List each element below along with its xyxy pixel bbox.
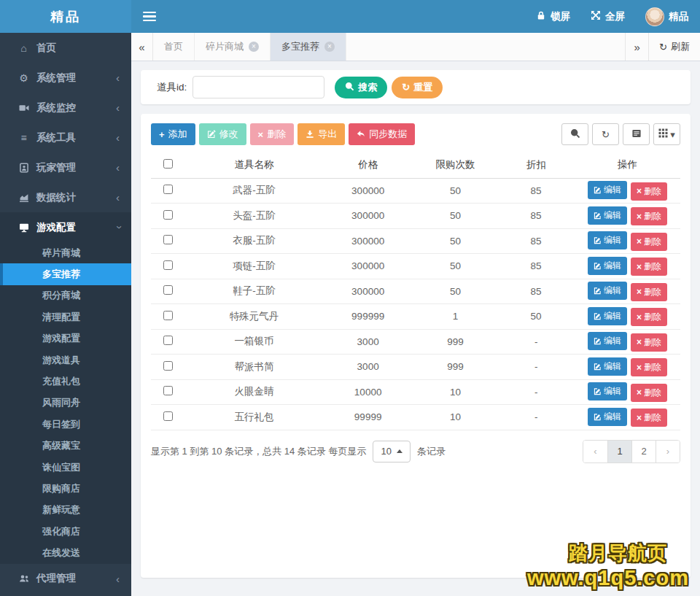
id-card-icon bbox=[18, 163, 30, 173]
sidebar-item-system-tools[interactable]: ≡ 系统工具 ‹ bbox=[0, 123, 131, 152]
remove-button[interactable]: × 删除 bbox=[250, 123, 295, 145]
user-menu[interactable]: 精品 bbox=[645, 7, 688, 26]
sidebar-subitem-enhance-shop[interactable]: 强化商店 bbox=[0, 521, 131, 542]
tabs-scroll-left-button[interactable]: « bbox=[131, 33, 153, 61]
edit-button[interactable]: 编辑 bbox=[588, 231, 627, 249]
page-button-1[interactable]: 1 bbox=[607, 441, 631, 463]
sidebar-item-agent-mgmt[interactable]: 代理管理 ‹ bbox=[0, 564, 131, 594]
delete-button[interactable]: ×删除 bbox=[631, 358, 667, 376]
delete-button[interactable]: ×删除 bbox=[631, 233, 667, 251]
prev-page-button[interactable]: ‹ bbox=[583, 441, 607, 463]
sidebar-subitem-recharge-pack[interactable]: 充值礼包 bbox=[0, 371, 131, 392]
edit-button[interactable]: 编辑 bbox=[588, 282, 627, 300]
table-refresh-button[interactable]: ↻ bbox=[592, 123, 619, 145]
delete-button[interactable]: ×删除 bbox=[631, 258, 667, 276]
edit-button[interactable]: 编辑 bbox=[588, 307, 627, 325]
sidebar-subitem-zhuxian-map[interactable]: 诛仙宝图 bbox=[0, 457, 131, 478]
cell-discount: 85 bbox=[498, 279, 575, 304]
page-size-dropdown[interactable]: 10 bbox=[373, 441, 410, 463]
edit-label: 编辑 bbox=[604, 310, 621, 322]
sidebar-item-game-config[interactable]: 游戏配置 ‹ bbox=[0, 212, 131, 242]
col-header-price: 价格 bbox=[323, 152, 413, 178]
delete-button[interactable]: ×删除 bbox=[631, 283, 667, 301]
edit-button[interactable]: 编辑 bbox=[588, 257, 627, 275]
card-view-icon bbox=[631, 128, 642, 141]
sidebar-subitem-daily-signin[interactable]: 每日签到 bbox=[0, 414, 131, 435]
double-chevron-left-icon: « bbox=[139, 41, 144, 53]
sidebar-subitem-duobao-active[interactable]: 多宝推荐 bbox=[0, 263, 131, 285]
sidebar-subitem-game-config[interactable]: 游戏配置 bbox=[0, 328, 131, 349]
edit-button[interactable]: 编辑 bbox=[588, 357, 627, 376]
delete-button[interactable]: ×删除 bbox=[631, 308, 667, 326]
edit-button[interactable]: 编辑 bbox=[588, 382, 627, 400]
item-id-input[interactable] bbox=[192, 76, 324, 98]
edit-button[interactable]: 编辑 bbox=[588, 181, 627, 199]
edit-button[interactable]: 编辑 bbox=[588, 206, 627, 225]
add-button[interactable]: + 添加 bbox=[151, 123, 195, 145]
sidebar-subitem-fengyu[interactable]: 风雨同舟 bbox=[0, 392, 131, 414]
delete-button[interactable]: ×删除 bbox=[631, 333, 667, 352]
lock-screen-button[interactable]: 锁屏 bbox=[536, 10, 570, 23]
sidebar-subitem-fresh-fun[interactable]: 新鲜玩意 bbox=[0, 500, 131, 521]
sidebar-item-label: 系统管理 bbox=[36, 71, 76, 85]
edit-icon bbox=[594, 387, 602, 395]
sidebar-subitem-points-mall[interactable]: 积分商城 bbox=[0, 285, 131, 306]
tab-fragment-mall[interactable]: 碎片商城 × bbox=[195, 33, 271, 61]
row-checkbox[interactable] bbox=[163, 285, 173, 295]
close-icon[interactable]: × bbox=[249, 42, 259, 52]
select-all-checkbox[interactable] bbox=[163, 159, 173, 169]
sidebar-subitem-online-send[interactable]: 在线发送 bbox=[0, 542, 131, 563]
next-page-button[interactable]: › bbox=[656, 441, 680, 463]
cell-limit: 50 bbox=[413, 178, 497, 204]
export-button[interactable]: 导出 bbox=[298, 123, 345, 145]
reset-button[interactable]: ↻ 重置 bbox=[392, 77, 443, 98]
edit-button[interactable]: 编辑 bbox=[588, 332, 627, 350]
close-icon[interactable]: × bbox=[324, 42, 335, 52]
row-checkbox[interactable] bbox=[163, 386, 173, 395]
sidebar-subitem-limited-shop[interactable]: 限购商店 bbox=[0, 478, 131, 499]
toggle-view-button[interactable] bbox=[623, 123, 650, 145]
edit-button[interactable]: 编辑 bbox=[588, 408, 627, 426]
sidebar-subitem-game-items[interactable]: 游戏道具 bbox=[0, 349, 131, 371]
delete-button[interactable]: ×删除 bbox=[631, 207, 667, 225]
sidebar-toggle-icon[interactable] bbox=[143, 12, 156, 22]
sync-data-button[interactable]: 同步数据 bbox=[349, 123, 415, 145]
row-checkbox[interactable] bbox=[163, 336, 173, 345]
row-checkbox[interactable] bbox=[163, 260, 173, 270]
sidebar-item-system-monitor[interactable]: 系统监控 ‹ bbox=[0, 93, 131, 123]
row-checkbox[interactable] bbox=[163, 411, 173, 421]
delete-button[interactable]: ×删除 bbox=[631, 384, 667, 402]
sidebar-item-home[interactable]: ⌂ 首页 bbox=[0, 33, 131, 63]
x-icon: × bbox=[637, 387, 642, 398]
page-button-2[interactable]: 2 bbox=[631, 441, 656, 463]
row-checkbox[interactable] bbox=[163, 185, 173, 194]
search-button[interactable]: 搜索 bbox=[335, 77, 387, 98]
delete-button[interactable]: ×删除 bbox=[631, 182, 667, 201]
search-button-label: 搜索 bbox=[358, 81, 377, 94]
sidebar-item-label: 系统监控 bbox=[36, 101, 76, 115]
row-checkbox[interactable] bbox=[163, 311, 173, 320]
table-search-button[interactable] bbox=[561, 123, 588, 145]
sidebar-item-player-mgmt[interactable]: 玩家管理 ‹ bbox=[0, 152, 131, 182]
sidebar-subitem-clean-config[interactable]: 清理配置 bbox=[0, 306, 131, 328]
delete-label: 删除 bbox=[644, 260, 661, 273]
sidebar-subitem-advanced-treasure[interactable]: 高级藏宝 bbox=[0, 436, 131, 457]
chart-icon bbox=[18, 193, 30, 203]
modify-button[interactable]: 修改 bbox=[199, 123, 246, 145]
row-checkbox[interactable] bbox=[163, 235, 173, 244]
row-checkbox[interactable] bbox=[163, 210, 173, 220]
fullscreen-button[interactable]: 全屏 bbox=[591, 10, 625, 23]
sidebar-item-data-stats[interactable]: 数据统计 ‹ bbox=[0, 182, 131, 212]
desktop-icon bbox=[18, 222, 30, 233]
sidebar-item-system-mgmt[interactable]: ⚙ 系统管理 ‹ bbox=[0, 63, 131, 93]
row-checkbox[interactable] bbox=[163, 361, 173, 371]
tabs-scroll-right-button[interactable]: » bbox=[625, 33, 648, 61]
tab-duobao-active[interactable]: 多宝推荐 × bbox=[271, 33, 346, 61]
delete-button[interactable]: ×删除 bbox=[631, 409, 667, 427]
fullscreen-icon bbox=[591, 10, 601, 23]
refresh-tab-button[interactable]: ↻ 刷新 bbox=[648, 33, 700, 61]
sidebar-subitem-fragment-mall[interactable]: 碎片商城 bbox=[0, 242, 131, 263]
tab-home[interactable]: 首页 bbox=[153, 33, 195, 61]
columns-dropdown-button[interactable]: ▾ bbox=[653, 123, 680, 145]
cell-price: 3000 bbox=[323, 355, 413, 380]
